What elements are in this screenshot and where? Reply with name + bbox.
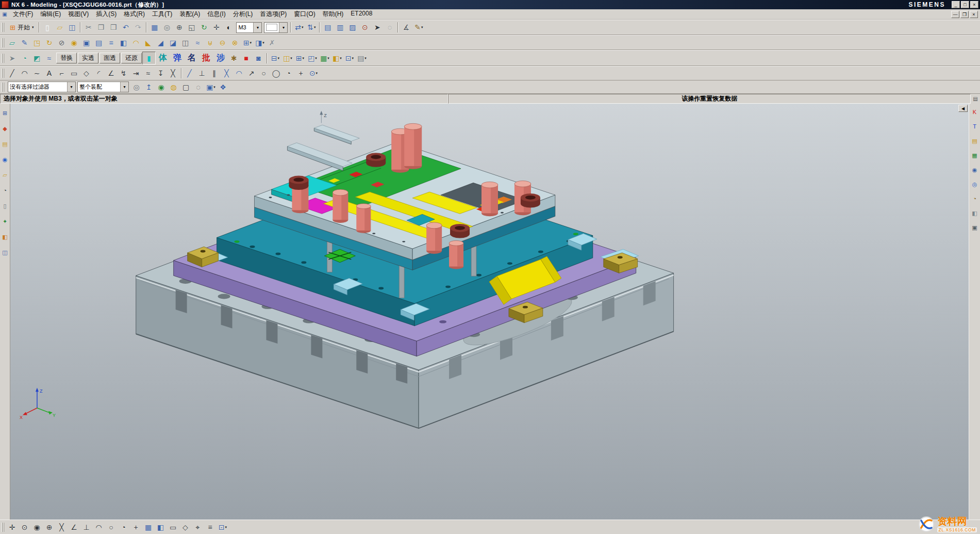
display-mode-button[interactable]: 替换 [56,53,77,63]
part-navigator-icon[interactable]: ▦ [971,151,979,159]
arc-snap-icon[interactable]: ◠ [93,521,105,533]
menu-item[interactable]: 格式(R) [120,9,148,19]
snap-point-icon[interactable]: ✛ [6,521,19,533]
roadmap-icon[interactable]: ◆ [1,124,9,133]
select-parent-icon[interactable]: ↥ [143,81,155,93]
chevron-down-icon[interactable]: ▾ [120,82,128,92]
toolbar-grip[interactable] [2,38,4,47]
quick-trim-icon[interactable]: ↯ [118,68,130,79]
touch-filter-icon[interactable]: ❖ [217,81,229,93]
pattern-face-icon[interactable]: ⊞▾ [294,52,306,64]
menu-item[interactable]: 帮助(H) [319,9,347,19]
undo-icon[interactable]: ↶ [120,22,132,34]
menu-item[interactable]: 信息(I) [204,9,229,19]
selection-filter-dropdown[interactable]: 没有选择过滤器 ▾ [8,82,76,92]
interpart-copy-icon[interactable]: ◫▾ [281,52,294,64]
menu-item[interactable]: 视图(V) [64,9,92,19]
snapshot-icon[interactable]: ◙ [253,52,265,64]
macro-button[interactable]: 名 [185,53,199,63]
folder-icon[interactable]: ▱ [1,171,9,179]
lasso-icon[interactable]: ◌ [192,81,205,93]
subtract-icon[interactable]: ⊖ [217,37,229,48]
check-mate-icon[interactable]: ⊡▾ [343,52,356,64]
revolve-icon[interactable]: ↻ [43,37,56,48]
extend-icon[interactable]: ⇥ [130,68,142,79]
shaded-display-icon[interactable]: ◐ [223,22,235,34]
datum-snap-icon[interactable]: ◇ [179,521,192,533]
offset-curve-icon[interactable]: ≈ [142,68,155,79]
datum-plane-icon[interactable]: ▱ [6,37,19,48]
cancel-icon[interactable]: ✗ [266,37,278,48]
component-tools-icon[interactable]: ◧▾ [331,52,343,64]
perp-snap-icon[interactable]: ⊥ [80,521,93,533]
end-point-icon[interactable]: ⊙ [19,521,31,533]
menu-item[interactable]: 窗口(O) [290,9,319,19]
studio-spline-icon[interactable]: ◇ [80,68,93,79]
fillet-icon[interactable]: ◜ [93,68,105,79]
orient-view-icon[interactable]: ➤ [6,52,19,64]
clip-section-icon[interactable]: ▮ [142,52,156,64]
menu-item[interactable]: 装配(A) [176,9,204,19]
start-button[interactable]: ⊞ 开始 ▾ [6,22,37,33]
face-analysis-icon[interactable]: ◔ [19,52,31,64]
quadrant-icon[interactable]: ◔ [118,521,130,533]
annotation-icon[interactable]: ✎▾ [412,22,425,34]
boss-icon[interactable]: ◉ [68,37,80,48]
measure-icon[interactable]: ∡ [400,22,412,34]
more-snap-icon[interactable]: ⊡▾ [217,521,229,533]
object-color-combo[interactable]: ▾ [264,22,288,33]
project-curve-icon[interactable]: ↧ [155,68,167,79]
3d-model-view[interactable]: Z [10,104,969,520]
graphics-window[interactable]: Z [10,104,969,520]
derived-line-icon[interactable]: ╱ [184,68,196,79]
view-in-layer-icon[interactable]: ▥ [334,22,346,34]
title-bar[interactable]: NX 6 - Modeling - [XSQCJGUG60-0016.prt（修… [0,0,980,9]
display-mode-icon[interactable]: ▨ [346,22,359,34]
section-view-icon[interactable]: ◩ [31,52,43,64]
save-icon[interactable]: ◫ [66,22,78,34]
sphere-icon[interactable]: ◉ [1,155,9,164]
reuse-library-icon[interactable]: ◉ [971,166,979,174]
command-finder-icon[interactable]: ◎ [161,22,173,34]
select-arrow-icon[interactable]: ➤ [371,22,384,34]
ellipse-icon[interactable]: ◯ [270,68,283,79]
draft-icon[interactable]: ◢ [155,37,167,48]
macro-button[interactable]: 体 [156,53,170,63]
shell-icon[interactable]: ◧ [118,37,130,48]
palette-icon[interactable]: ▤ [1,140,9,148]
transform-icon[interactable]: ⇅▾ [305,22,318,34]
highlight-icon[interactable]: ◍ [168,81,180,93]
resource-bar-collapse-button[interactable]: ◀ [958,105,968,112]
trim-body-icon[interactable]: ◪ [167,37,179,48]
wcs-triad[interactable]: Z X Y [20,387,56,420]
mirror-feature-icon[interactable]: ◨▾ [254,37,266,48]
parallel-icon[interactable]: ∥ [208,68,221,79]
display-mode-button[interactable]: 面透 [99,53,120,63]
status-bar-handle[interactable]: ▤ [971,94,980,104]
selection-scope-dropdown[interactable]: 整个装配 ▾ [77,82,129,92]
bounded-plane-icon[interactable]: ▭ [167,521,179,533]
line-icon[interactable]: ╱ [6,68,19,79]
angle-snap-icon[interactable]: ∠ [68,521,80,533]
rectangle-icon[interactable]: ▭ [68,68,80,79]
move-object-icon[interactable]: ⇄▾ [293,22,305,34]
paste-icon[interactable]: ❒ [107,22,120,34]
options-icon[interactable]: ≡ [204,521,217,533]
selection-filter-icon[interactable]: ◌ [384,22,396,34]
circle-snap-icon[interactable]: ○ [105,521,118,533]
redo-icon[interactable]: ↷ [132,22,144,34]
display-mode-button[interactable]: 还原 [121,53,142,63]
history-clock-icon[interactable]: ◔ [1,186,9,195]
cross-curve-icon[interactable]: ╳ [221,68,233,79]
grid-snap-icon[interactable]: ▦ [142,521,155,533]
chamfer-icon[interactable]: ◣ [142,37,155,48]
materials-icon[interactable]: ◧ [971,209,979,217]
hole-icon[interactable]: ⊘ [56,37,68,48]
menu-item[interactable]: ET2008 [347,9,376,19]
toolbar-grip[interactable] [2,54,4,63]
red-cube-icon[interactable]: ■ [240,52,253,64]
text-icon[interactable]: A [43,68,56,79]
perpendicular-icon[interactable]: ⊥ [196,68,208,79]
fit-view-icon[interactable]: ◱ [186,22,198,34]
chevron-down-icon[interactable]: ▾ [253,23,261,33]
